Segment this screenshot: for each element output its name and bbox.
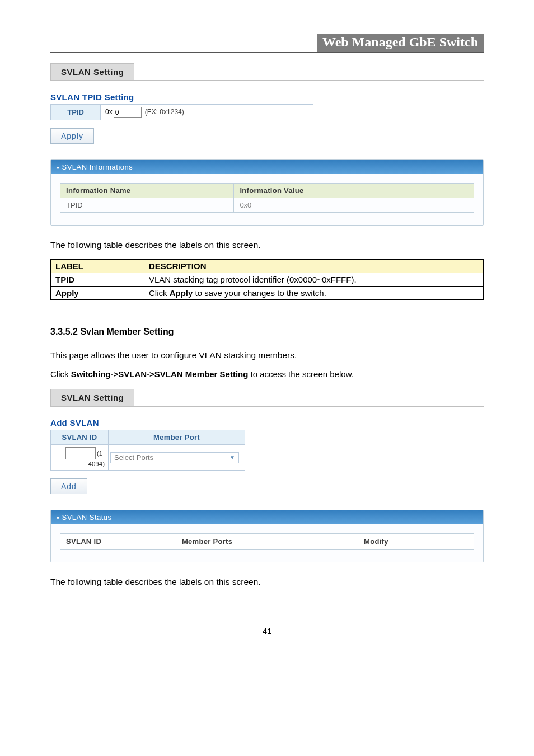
tpid-setting-table: TPID 0x(EX: 0x1234) — [50, 104, 313, 120]
add-col-id: SVLAN ID — [51, 430, 109, 445]
panel-header-text: SVLAN Status — [62, 513, 112, 522]
info-col-name: Information Name — [60, 184, 234, 198]
svlan-status-header[interactable]: ▾SVLAN Status — [51, 510, 483, 524]
svlan-informations-panel: ▾SVLAN Informations Information Name Inf… — [50, 159, 484, 226]
svlan-id-input[interactable] — [65, 447, 96, 459]
desc-intro-1: The following table describes the labels… — [50, 240, 484, 250]
page-number: 41 — [50, 626, 484, 636]
info-table: Information Name Information Value TPID … — [60, 183, 474, 213]
desc-row0-label: TPID — [55, 275, 74, 284]
desc-row0-desc: VLAN stacking tag protocol identifier (0… — [144, 273, 484, 287]
subsection-p1: This page allows the user to configure V… — [50, 350, 484, 360]
select-placeholder: Select Ports — [114, 453, 153, 462]
page-title: Web Managed GbE Switch — [317, 34, 484, 52]
table-row: Apply Click Apply to save your changes t… — [51, 287, 484, 300]
status-col-ports: Member Ports — [176, 534, 358, 550]
desc-table-1: LABEL DESCRIPTION TPID VLAN stacking tag… — [50, 259, 484, 300]
info-row-name: TPID — [60, 198, 234, 213]
member-port-select[interactable]: Select Ports ▼ — [110, 452, 239, 463]
tab-row-tpid: SVLAN Setting — [50, 63, 484, 81]
table-row: TPID VLAN stacking tag protocol identifi… — [51, 273, 484, 287]
nav-instruction: Click Switching->SVLAN->SVLAN Member Set… — [50, 369, 484, 379]
add-svlan-title: Add SVLAN — [50, 418, 484, 428]
desc-col-description: DESCRIPTION — [144, 260, 484, 273]
tpid-example-hint: (EX: 0x1234) — [145, 108, 184, 116]
tab-svlan-setting-2[interactable]: SVLAN Setting — [50, 389, 134, 406]
status-col-modify: Modify — [358, 534, 474, 550]
subsection-heading: 3.3.5.2 Svlan Member Setting — [50, 327, 484, 337]
desc-intro-2: The following table describes the labels… — [50, 577, 484, 587]
add-svlan-table: SVLAN ID Member Port (1-4094) Select Por… — [50, 430, 245, 471]
page-header: Web Managed GbE Switch — [50, 34, 484, 53]
tpid-input[interactable] — [114, 107, 142, 118]
info-col-value: Information Value — [234, 184, 474, 198]
tpid-section-title: SVLAN TPID Setting — [50, 92, 484, 102]
tpid-prefix: 0x — [105, 108, 113, 116]
svlan-status-panel: ▾SVLAN Status SVLAN ID Member Ports Modi… — [50, 510, 484, 562]
svlan-informations-header[interactable]: ▾SVLAN Informations — [51, 160, 483, 174]
info-row-value: 0x0 — [234, 198, 474, 213]
status-table: SVLAN ID Member Ports Modify — [60, 533, 474, 550]
panel-header-text: SVLAN Informations — [62, 163, 133, 171]
status-col-id: SVLAN ID — [60, 534, 176, 550]
caret-down-icon: ▾ — [57, 165, 60, 171]
desc-row1-label: Apply — [55, 288, 79, 298]
desc-row1-desc: Click Apply to save your changes to the … — [144, 287, 484, 300]
tab-svlan-setting-1[interactable]: SVLAN Setting — [50, 63, 134, 80]
tab-row-member: SVLAN Setting — [50, 389, 484, 407]
add-col-port: Member Port — [109, 430, 245, 445]
add-button[interactable]: Add — [50, 478, 87, 494]
apply-button[interactable]: Apply — [50, 128, 94, 144]
chevron-down-icon: ▼ — [229, 454, 235, 461]
tpid-row-label: TPID — [51, 105, 101, 120]
desc-col-label: LABEL — [51, 260, 144, 273]
caret-down-icon: ▾ — [57, 515, 60, 521]
